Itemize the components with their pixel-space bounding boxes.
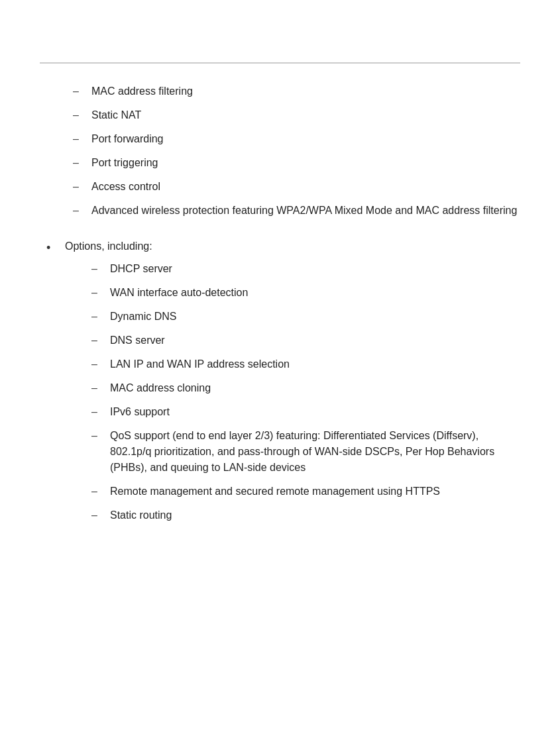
top-dash-list: – MAC address filtering – Static NAT – P… [46,83,520,219]
dash-item-text: Advanced wireless protection featuring W… [91,203,520,219]
nested-item-text: Dynamic DNS [110,309,520,325]
dash-item-port-forwarding: – Port forwarding [73,131,520,147]
nested-item-dhcp-server: – DHCP server [91,261,520,277]
dash-item-text: MAC address filtering [91,83,520,99]
dash-symbol: – [91,507,110,523]
bullet-list: •Options, including: – DHCP server – WAN… [46,238,520,531]
content-area: – MAC address filtering – Static NAT – P… [40,83,520,531]
page-title [40,26,520,49]
nested-item-text: MAC address cloning [110,380,520,396]
bullet-section-options: •Options, including: – DHCP server – WAN… [46,238,520,531]
dash-item-text: Port forwarding [91,131,520,147]
bullet-symbol: • [46,238,65,257]
nested-item-static-routing: – Static routing [91,507,520,523]
nested-item-qos-support: – QoS support (end to end layer 2/3) fea… [91,428,520,476]
nested-item-text: DNS server [110,333,520,348]
dash-symbol: – [73,83,91,99]
nested-item-dynamic-dns: – Dynamic DNS [91,309,520,325]
dash-item-text: Static NAT [91,107,520,123]
dash-symbol: – [73,131,91,147]
dash-symbol: – [91,404,110,420]
nested-item-text: WAN interface auto-detection [110,285,520,301]
dash-symbol: – [73,179,91,195]
dash-symbol: – [73,155,91,171]
nested-dash-list-options: – DHCP server – WAN interface auto-detec… [65,261,520,523]
dash-symbol: – [91,484,110,499]
dash-symbol: – [91,333,110,348]
nested-item-text: DHCP server [110,261,520,277]
dash-symbol: – [73,203,91,219]
nested-item-text: IPv6 support [110,404,520,420]
nested-item-lan-wan-ip: – LAN IP and WAN IP address selection [91,356,520,372]
nested-item-ipv6-support: – IPv6 support [91,404,520,420]
nested-item-mac-cloning: – MAC address cloning [91,380,520,396]
nested-item-text: Static routing [110,507,520,523]
dash-symbol: – [91,356,110,372]
bullet-content: Options, including: – DHCP server – WAN … [65,238,520,531]
nested-item-wan-auto-detection: – WAN interface auto-detection [91,285,520,301]
section-divider [40,62,520,64]
nested-item-text: LAN IP and WAN IP address selection [110,356,520,372]
dash-item-mac-filtering: – MAC address filtering [73,83,520,99]
dash-item-advanced-wireless: – Advanced wireless protection featuring… [73,203,520,219]
nested-item-text: QoS support (end to end layer 2/3) featu… [110,428,520,476]
dash-item-text: Port triggering [91,155,520,171]
dash-symbol: – [73,107,91,123]
bullet-label: Options, including: [65,238,520,254]
dash-symbol: – [91,261,110,277]
nested-item-remote-management: – Remote management and secured remote m… [91,484,520,499]
dash-symbol: – [91,285,110,301]
dash-item-port-triggering: – Port triggering [73,155,520,171]
nested-item-text: Remote management and secured remote man… [110,484,520,499]
dash-item-access-control: – Access control [73,179,520,195]
dash-item-text: Access control [91,179,520,195]
dash-item-static-nat: – Static NAT [73,107,520,123]
dash-symbol: – [91,309,110,325]
nested-item-dns-server: – DNS server [91,333,520,348]
dash-symbol: – [91,380,110,396]
dash-symbol: – [91,428,110,444]
